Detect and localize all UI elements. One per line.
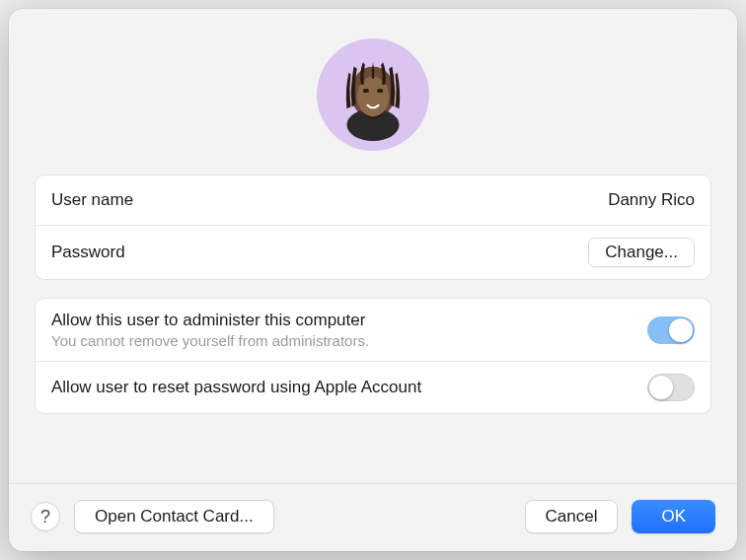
dialog-footer: ? Open Contact Card... Cancel OK <box>9 483 737 551</box>
password-row: Password Change... <box>36 225 710 279</box>
admin-toggle[interactable] <box>647 316 695 344</box>
username-label: User name <box>51 190 133 210</box>
cancel-button[interactable]: Cancel <box>525 500 619 533</box>
toggle-knob-icon <box>649 376 673 399</box>
avatar-image-icon <box>323 44 423 145</box>
admin-permission-row: Allow this user to administer this compu… <box>36 299 710 361</box>
password-label: Password <box>51 243 125 262</box>
user-avatar[interactable] <box>317 38 429 151</box>
reset-password-permission-row: Allow user to reset password using Apple… <box>36 361 710 413</box>
user-settings-dialog: User name Danny Rico Password Change... … <box>9 9 737 551</box>
reset-password-toggle[interactable] <box>647 374 695 401</box>
svg-point-5 <box>377 89 383 93</box>
change-password-button[interactable]: Change... <box>588 238 695 267</box>
avatar-container <box>35 38 711 151</box>
help-button[interactable]: ? <box>31 502 60 531</box>
ok-button[interactable]: OK <box>632 500 715 533</box>
username-value: Danny Rico <box>608 190 695 210</box>
reset-password-label: Allow user to reset password using Apple… <box>51 378 421 397</box>
permissions-section: Allow this user to administer this compu… <box>35 298 711 414</box>
admin-label: Allow this user to administer this compu… <box>51 311 369 330</box>
username-row: User name Danny Rico <box>36 175 710 225</box>
svg-point-4 <box>363 89 369 93</box>
dialog-content: User name Danny Rico Password Change... … <box>9 9 737 483</box>
toggle-knob-icon <box>669 318 693 342</box>
user-info-section: User name Danny Rico Password Change... <box>35 175 711 280</box>
admin-text-block: Allow this user to administer this compu… <box>51 311 369 349</box>
admin-helper-text: You cannot remove yourself from administ… <box>51 332 369 349</box>
help-icon: ? <box>40 507 50 527</box>
open-contact-card-button[interactable]: Open Contact Card... <box>74 500 274 533</box>
